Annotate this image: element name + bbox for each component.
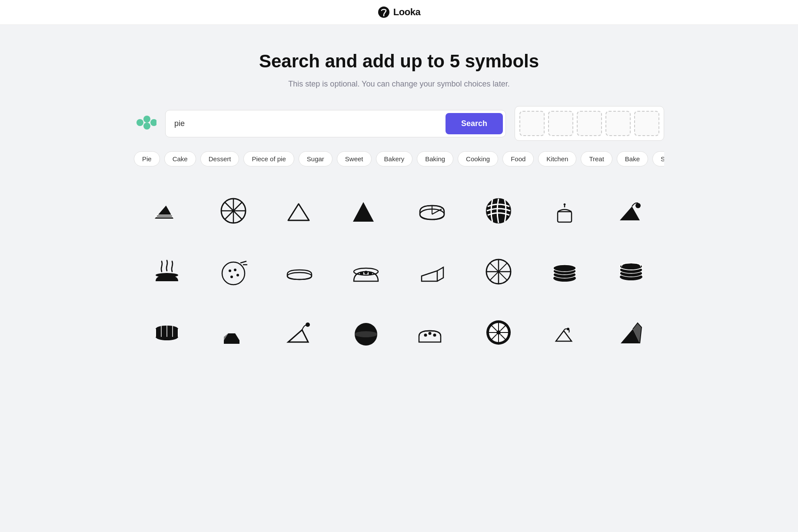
svg-point-64 [496,330,501,335]
icon-cell-pie-slice-dark[interactable] [333,180,399,241]
svg-point-34 [369,272,372,275]
tags-row: PieCakeDessertPiece of pieSugarSweetBake… [134,151,664,166]
icon-cell-birthday-cake[interactable] [532,180,598,241]
svg-point-4 [143,123,150,130]
svg-point-33 [364,271,368,274]
icon-cell-small-slice[interactable] [532,302,598,363]
symbol-slot-1[interactable] [519,111,545,136]
tag-pie[interactable]: Pie [134,151,160,166]
icon-cell-pie-slice-simple[interactable] [266,180,333,241]
icon-cell-cheesecake-slice[interactable] [598,180,665,241]
search-button[interactable]: Search [446,113,503,134]
svg-point-60 [429,332,432,335]
page-subtitle: This step is optional. You can change yo… [134,80,664,89]
tag-sweet[interactable]: Sweet [337,151,372,166]
svg-point-21 [635,203,641,208]
icon-cell-stacked-slices[interactable] [200,302,267,363]
svg-point-56 [306,323,310,327]
search-input[interactable] [174,119,446,128]
svg-point-22 [156,273,178,277]
dots-icon [134,112,156,135]
symbol-slot-3[interactable] [577,111,602,136]
tag-bakery[interactable]: Bakery [376,151,413,166]
icon-cell-shallow-pie[interactable] [266,241,333,302]
icon-cell-pie-slice-layered[interactable] [134,180,200,241]
svg-line-28 [240,261,246,263]
svg-rect-18 [558,212,572,222]
svg-point-43 [553,265,576,272]
icon-cell-whole-pie-simple[interactable] [399,180,466,241]
icons-grid [134,180,664,363]
icon-cell-cookie-pie[interactable] [200,241,267,302]
symbol-slot-5[interactable] [634,111,659,136]
icon-cell-dark-slice[interactable] [598,302,665,363]
search-row: Search [134,106,664,141]
tag-cooking[interactable]: Cooking [458,151,498,166]
icon-cell-cherry-cake[interactable] [266,302,333,363]
svg-point-58 [355,331,377,337]
logo-text: Looka [393,7,420,18]
tag-baking[interactable]: Baking [417,151,453,166]
tag-piece-of-pie[interactable]: Piece of pie [243,151,294,166]
svg-point-59 [424,334,427,337]
selected-symbols-area [515,106,664,141]
icon-cell-berry-slice[interactable] [399,302,466,363]
logo: Looka [378,6,420,18]
tag-treat[interactable]: Treat [581,151,612,166]
icon-cell-citrus-wheel[interactable] [466,302,532,363]
tag-slice[interactable]: Slice [652,151,664,166]
header: Looka [0,0,798,25]
main-content: Search and add up to 5 symbols This step… [116,25,682,380]
svg-point-1 [383,15,384,17]
svg-point-5 [150,119,156,126]
page-title: Search and add up to 5 symbols [134,51,664,72]
logo-icon [378,6,390,18]
svg-point-23 [222,262,245,285]
tag-sugar[interactable]: Sugar [299,151,332,166]
svg-point-73 [567,328,569,330]
icon-cell-round-pie-stacked[interactable] [532,241,598,302]
icon-cell-berry-pie[interactable] [333,241,399,302]
svg-point-24 [229,269,231,272]
svg-point-2 [136,119,143,126]
svg-point-3 [143,116,150,123]
tag-bake[interactable]: Bake [617,151,648,166]
svg-point-25 [234,269,236,271]
icon-cell-pie-wheel-lines[interactable] [200,180,267,241]
symbol-slot-4[interactable] [605,111,631,136]
symbol-slot-2[interactable] [548,111,573,136]
tag-food[interactable]: Food [502,151,534,166]
icon-cell-wheel-pie-side[interactable] [134,302,200,363]
icon-cell-whole-dark-pie[interactable] [333,302,399,363]
icon-cell-wheel-pie-top[interactable] [466,241,532,302]
icon-cell-round-pie-fancy[interactable] [598,241,665,302]
search-box: Search [165,110,506,137]
svg-point-32 [360,272,363,275]
svg-point-26 [236,274,239,276]
tag-cake[interactable]: Cake [164,151,196,166]
icon-cell-slice-side[interactable] [399,241,466,302]
tag-kitchen[interactable]: Kitchen [538,151,576,166]
icon-cell-lattice-pie[interactable] [466,180,532,241]
icon-cell-steam-pie[interactable] [134,241,200,302]
svg-point-20 [564,203,565,205]
tag-dessert[interactable]: Dessert [200,151,239,166]
svg-point-27 [230,276,233,278]
svg-point-61 [433,334,436,337]
